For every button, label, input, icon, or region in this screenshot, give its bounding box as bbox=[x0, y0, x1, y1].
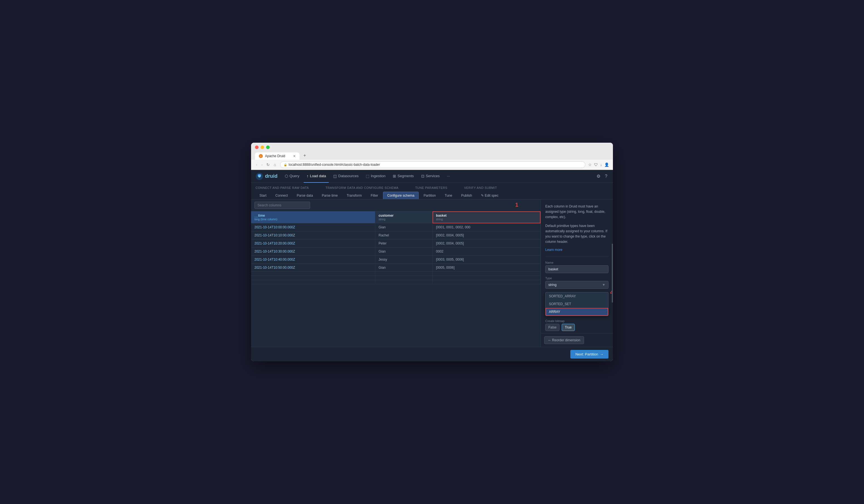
info-description-1: Each column in Druid must have an assign… bbox=[545, 204, 609, 220]
browser-window: D Apache Druid ✕ + ‹ › ↻ ⌂ 🔒 localhost:8… bbox=[251, 143, 613, 361]
column-basket-header[interactable]: basket string bbox=[433, 211, 541, 223]
create-bitmap-label: Create bitmap bbox=[545, 319, 609, 323]
cell-time-2: 2021-10-14T10:20:00.000Z bbox=[251, 239, 375, 248]
cell-basket-2: [0002, 0004, 0005] bbox=[433, 239, 541, 248]
empty-cell-0 bbox=[251, 272, 375, 276]
reorder-button[interactable]: ↔ Reorder dimension bbox=[544, 336, 584, 344]
type-value: string bbox=[548, 283, 556, 287]
phase-transform: Transform data and configure schema bbox=[325, 186, 398, 189]
dropdown-item-sorted-array[interactable]: SORTED_ARRAY bbox=[545, 292, 608, 300]
home-button[interactable]: ⌂ bbox=[273, 162, 277, 168]
column-customer-header[interactable]: customer string bbox=[375, 211, 432, 223]
type-dropdown: 4 SORTED_ARRAY SORTED_SET ARRAY bbox=[545, 292, 609, 316]
nav-item-query[interactable]: ⬡ Query bbox=[282, 170, 302, 183]
bitmap-false-button[interactable]: False bbox=[545, 324, 560, 331]
type-label: Type bbox=[545, 276, 609, 280]
traffic-lights bbox=[255, 146, 609, 149]
new-tab-button[interactable]: + bbox=[301, 151, 309, 160]
forward-button[interactable]: › bbox=[260, 162, 264, 168]
tab-close-button[interactable]: ✕ bbox=[293, 155, 296, 158]
cell-customer-0: Gian bbox=[375, 223, 432, 231]
dropdown-item-array[interactable]: ARRAY bbox=[545, 308, 608, 316]
cell-time-0: 2021-10-14T10:00:00.000Z bbox=[251, 223, 375, 231]
step-filter[interactable]: Filter bbox=[367, 192, 382, 199]
col-time-type: long (time column) bbox=[254, 218, 372, 221]
bottom-bar: Next: Partition → bbox=[251, 347, 613, 361]
tab-bar: D Apache Druid ✕ + bbox=[255, 151, 609, 160]
step-transform[interactable]: Transform bbox=[343, 192, 365, 199]
wizard-phases: Connect and parse raw data Transform dat… bbox=[255, 186, 609, 189]
refresh-button[interactable]: ↻ bbox=[265, 162, 271, 168]
table-body: 2021-10-14T10:00:00.000Z Gian [0001, 000… bbox=[251, 223, 541, 284]
step-partition[interactable]: Partition bbox=[420, 192, 440, 199]
dropdown-item-sorted-set[interactable]: SORTED_SET bbox=[545, 300, 608, 308]
bookmark-icon[interactable]: ☆ bbox=[588, 162, 592, 167]
step-connect[interactable]: Connect bbox=[272, 192, 292, 199]
nav-item-datasources[interactable]: ◫ Datasources bbox=[331, 170, 361, 183]
nav-item-ingestion[interactable]: ⬚ Ingestion bbox=[363, 170, 388, 183]
type-arrow: ▼ bbox=[602, 283, 605, 287]
cell-basket-3: 0002 bbox=[433, 248, 541, 256]
extension-icon[interactable]: 🛡 bbox=[594, 162, 598, 167]
close-traffic-light[interactable] bbox=[255, 146, 259, 149]
column-time-header[interactable]: __time long (time column) bbox=[251, 211, 375, 223]
maximize-traffic-light[interactable] bbox=[266, 146, 270, 149]
cell-basket-5: [0005, 0006] bbox=[433, 264, 541, 272]
type-select[interactable]: string ▼ bbox=[545, 281, 609, 289]
step-publish[interactable]: Publish bbox=[457, 192, 476, 199]
load-data-icon: ↑ bbox=[307, 174, 309, 178]
app-container: druid ⬡ Query ↑ Load data ◫ Datasources … bbox=[251, 170, 613, 361]
help-button[interactable]: ? bbox=[604, 173, 609, 180]
col-customer-name: customer bbox=[379, 213, 394, 218]
info-panel: Each column in Druid must have an assign… bbox=[541, 199, 613, 347]
nav-item-services[interactable]: ⊡ Services bbox=[418, 170, 443, 183]
nav-load-data-label: Load data bbox=[310, 174, 326, 178]
step-parse-data[interactable]: Parse data bbox=[293, 192, 317, 199]
browser-actions: ☆ 🛡 ↓ 👤 bbox=[588, 162, 609, 167]
browser-tab[interactable]: D Apache Druid ✕ bbox=[255, 152, 300, 160]
step-indicator-1: 1 bbox=[515, 202, 518, 208]
scrollbar-thumb[interactable] bbox=[612, 244, 613, 303]
nav-services-label: Services bbox=[426, 174, 440, 178]
datasources-icon: ◫ bbox=[333, 174, 337, 178]
panel-bottom: ↔ Reorder dimension bbox=[541, 333, 613, 347]
empty-cell-4 bbox=[375, 276, 432, 280]
bitmap-true-button[interactable]: True bbox=[562, 324, 575, 331]
phase-verify: Verify and submit bbox=[464, 186, 497, 189]
druid-logo: druid bbox=[255, 172, 277, 180]
data-panel: 1 __time long (time column) bbox=[251, 199, 541, 347]
step-tune[interactable]: Tune bbox=[441, 192, 456, 199]
empty-cell-2 bbox=[433, 272, 541, 276]
data-table: __time long (time column) customer strin… bbox=[251, 211, 541, 347]
step-edit-spec[interactable]: ✎ Edit spec bbox=[477, 192, 502, 199]
learn-more-link[interactable]: Learn more bbox=[545, 248, 609, 252]
step-start[interactable]: Start bbox=[255, 192, 270, 199]
cell-customer-5: Gian bbox=[375, 264, 432, 272]
empty-row bbox=[251, 276, 541, 280]
next-partition-button[interactable]: Next: Partition → bbox=[570, 350, 609, 358]
search-bar bbox=[251, 199, 541, 211]
phase-tune: Tune parameters bbox=[415, 186, 447, 189]
name-value: basket bbox=[545, 265, 609, 273]
cell-customer-3: Gian bbox=[375, 248, 432, 256]
step-parse-time[interactable]: Parse time bbox=[318, 192, 341, 199]
step-configure-schema[interactable]: Configure schema bbox=[383, 192, 418, 199]
nav-item-segments[interactable]: ⊞ Segments bbox=[390, 170, 417, 183]
user-icon[interactable]: 👤 bbox=[604, 162, 609, 167]
settings-button[interactable]: ⚙ bbox=[596, 172, 601, 180]
minimize-traffic-light[interactable] bbox=[261, 146, 264, 149]
search-input[interactable] bbox=[254, 202, 310, 209]
columns-table: __time long (time column) customer strin… bbox=[251, 211, 541, 284]
cell-time-3: 2021-10-14T10:30:00.000Z bbox=[251, 248, 375, 256]
nav-item-load-data[interactable]: ↑ Load data bbox=[304, 170, 329, 183]
col-time-name: __time bbox=[254, 213, 265, 218]
back-button[interactable]: ‹ bbox=[255, 162, 259, 168]
download-icon[interactable]: ↓ bbox=[600, 162, 602, 167]
info-description-2: Default primitive types have been automa… bbox=[545, 223, 609, 245]
nav-item-more[interactable]: ··· bbox=[444, 170, 453, 183]
url-bar[interactable]: 🔒 localhost:8888/unified-console.html#cl… bbox=[280, 161, 585, 168]
nav-datasources-label: Datasources bbox=[338, 174, 359, 178]
empty-row bbox=[251, 272, 541, 276]
empty-cell-8 bbox=[433, 280, 541, 284]
cell-customer-1: Rachel bbox=[375, 231, 432, 239]
